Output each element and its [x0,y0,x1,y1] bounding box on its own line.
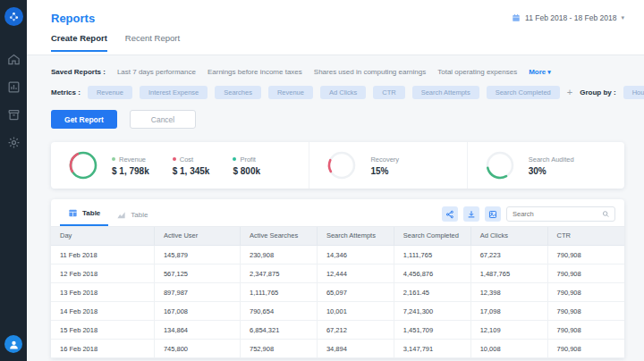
metric-chip[interactable]: Search Attempts [412,86,479,99]
group-by-label: Group by : [580,88,615,97]
get-report-button[interactable]: Get Report [51,110,117,129]
topbar: Reports 11 Feb 2018 - 18 Feb 2018 ▾ Crea… [27,0,644,55]
table-cell: 230,908 [241,246,318,264]
analytics-icon[interactable] [7,80,21,94]
metric-chip[interactable]: Ad Clicks [320,86,366,99]
more-label: More [529,68,546,76]
search-audited-donut-chart [484,149,516,181]
metric-chip[interactable]: Interest Expense [140,86,208,99]
column-header[interactable]: Active User [154,227,240,246]
settings-gear-icon[interactable] [7,136,21,149]
table-cell: 1,487,765 [470,264,547,283]
main-area: Reports 11 Feb 2018 - 18 Feb 2018 ▾ Crea… [27,0,644,361]
table-cell: 2,347,875 [241,264,318,283]
metric-chip[interactable]: Searches [215,86,261,99]
kpi-legend-item: Profit$ 800k [233,155,260,176]
report-table-card: Table Table [51,199,624,358]
legend-dot-icon [233,157,236,161]
table-cell: 67,212 [317,321,394,340]
more-link[interactable]: More▾ [529,68,551,76]
column-header[interactable]: Search Attempts [317,227,394,246]
table-cell: 65,097 [317,283,394,302]
view-tab-table-label: Table [82,209,100,217]
table-cell: 790,908 [547,302,624,321]
user-avatar[interactable] [4,335,22,353]
table-header-row: DayActive UserActive SearchesSearch Atte… [51,227,624,246]
table-cell: 7,241,300 [394,302,470,321]
table-search-input[interactable] [513,210,602,218]
add-metric-icon[interactable]: + [567,88,572,97]
reports-app: Reports 11 Feb 2018 - 18 Feb 2018 ▾ Crea… [0,0,644,361]
table-toolbar: Table Table [51,199,624,227]
table-cell: 790,908 [547,283,624,302]
tab-create-report[interactable]: Create Report [51,33,107,52]
revenue-donut-chart [67,149,99,181]
search-audited-label: Search Audited [529,155,574,164]
view-tab-table[interactable]: Table [60,208,108,226]
saved-report-link[interactable]: Earnings before income taxes [208,68,302,76]
metric-chip[interactable]: CTR [373,86,404,99]
recovery-value: 15% [370,166,399,176]
table-row[interactable]: 11 Feb 2018145,879230,90814,3461,111,765… [51,246,624,264]
view-tab-chart[interactable]: Table [108,210,156,226]
table-cell: 3,147,791 [394,340,470,358]
metrics-chip-list: RevenueInterest ExpenseSearchesRevenueAd… [88,86,560,99]
table-cell: 790,908 [547,321,624,340]
table-header: DayActive UserActive SearchesSearch Atte… [51,227,624,246]
metric-chip[interactable]: Revenue [88,86,132,99]
saved-reports-list: Last 7 days performanceEarnings before i… [117,68,517,76]
table-cell: 790,908 [547,264,624,283]
home-icon[interactable] [7,53,21,66]
chart-icon [116,210,126,220]
tab-recent-report[interactable]: Recent Report [125,33,180,52]
content: Saved Reports : Last 7 days performanceE… [27,55,644,361]
recovery-label: Recovery [370,155,399,164]
search-icon [602,210,609,218]
table-cell: 10,001 [317,302,394,321]
archive-icon[interactable] [7,108,21,122]
table-cell: 167,008 [154,302,240,321]
saved-reports-label: Saved Reports : [51,68,106,76]
saved-report-link[interactable]: Shares used in computing earnings [314,68,426,76]
table-cell: 13 Feb 2018 [51,283,154,302]
app-logo[interactable] [4,7,23,26]
kpi-legend-item: Revenue$ 1, 798k [112,155,149,176]
date-range-text: 11 Feb 2018 - 18 Feb 2018 [525,13,616,22]
table-cell: 790,908 [547,246,624,264]
export-image-button[interactable] [485,206,501,222]
legend-dot-icon [112,157,115,161]
revenue-kpi-legend: Revenue$ 1, 798kCost$ 1, 345kProfit$ 800… [112,155,260,176]
table-cell: 790,654 [241,302,318,321]
recovery-kpi-section: Recovery 15% [309,142,466,189]
table-row[interactable]: 15 Feb 2018134,8646,854,32167,2121,451,7… [51,321,624,340]
table-row[interactable]: 12 Feb 2018567,1252,347,87512,4444,456,8… [51,264,624,283]
saved-report-link[interactable]: Last 7 days performance [117,68,196,76]
table-cell: 16 Feb 2018 [51,340,154,358]
metric-chip[interactable]: Search Completed [487,86,560,99]
person-icon [8,339,20,350]
table-row[interactable]: 14 Feb 2018167,008790,65410,0017,241,300… [51,302,624,321]
column-header[interactable]: CTR [547,227,624,246]
column-header[interactable]: Ad Clicks [470,227,547,246]
table-cell: 12,109 [470,321,547,340]
group-by-chip[interactable]: Hour [623,86,644,99]
date-range-picker[interactable]: 11 Feb 2018 - 18 Feb 2018 ▾ [512,13,624,22]
table-cell: 134,864 [154,321,240,340]
download-button[interactable] [463,206,479,222]
column-header[interactable]: Day [51,227,154,246]
share-icon [445,210,454,219]
column-header[interactable]: Active Searches [241,227,318,246]
saved-report-link[interactable]: Total operating expenses [437,68,517,76]
table-cell: 752,908 [241,340,318,358]
table-row[interactable]: 16 Feb 2018745,800752,90834,8943,147,791… [51,340,624,358]
sidebar [0,0,27,361]
kpi-legend-label: Profit [233,155,260,164]
cancel-button[interactable]: Cancel [130,110,196,129]
kpi-legend-label: Revenue [112,155,149,164]
table-row[interactable]: 13 Feb 2018897,9871,111,76565,0972,161.4… [51,283,624,302]
metric-chip[interactable]: Revenue [268,86,313,99]
kpi-legend-value: $ 1, 798k [112,166,149,176]
column-header[interactable]: Search Completed [394,227,470,246]
share-button[interactable] [442,206,458,222]
table-cell: 10,008 [470,340,547,358]
